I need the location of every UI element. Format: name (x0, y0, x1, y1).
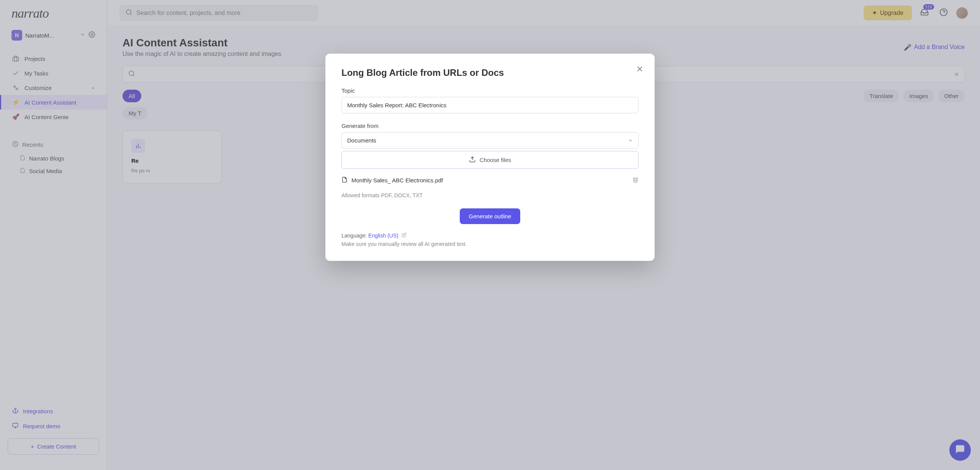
edit-icon[interactable] (402, 233, 407, 239)
generate-outline-button[interactable]: Generate outline (460, 208, 521, 224)
trash-icon[interactable] (632, 177, 639, 184)
topic-label: Topic (341, 87, 639, 94)
review-note: Make sure you manually review all AI gen… (341, 241, 639, 247)
file-icon (341, 177, 348, 184)
modal-dialog: Long Blog Article from URLs or Docs ✕ To… (325, 54, 655, 261)
generate-from-label: Generate from (341, 123, 639, 129)
uploaded-file-row: Monthly Sales_ ABC Electronics.pdf (341, 177, 639, 184)
close-icon[interactable]: ✕ (636, 64, 643, 74)
file-name: Monthly Sales_ ABC Electronics.pdf (351, 177, 443, 183)
upload-icon (469, 156, 476, 164)
modal-title: Long Blog Article from URLs or Docs (341, 67, 639, 78)
allowed-formats-hint: Allowed formats PDF, DOCX, TXT (341, 192, 639, 198)
language-row: Language: English (US) (341, 233, 639, 239)
choose-files-button[interactable]: Choose files (341, 151, 639, 169)
chevron-down-icon[interactable] (628, 138, 633, 144)
button-label: Choose files (480, 157, 511, 163)
topic-input[interactable] (341, 97, 639, 113)
generate-from-select[interactable] (341, 132, 639, 149)
language-link[interactable]: English (US) (368, 233, 399, 239)
